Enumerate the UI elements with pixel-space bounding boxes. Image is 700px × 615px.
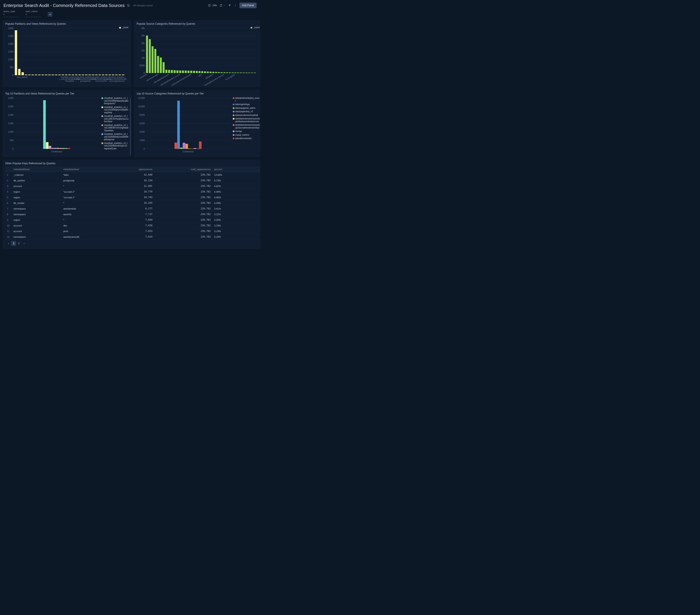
share-icon[interactable] (127, 4, 130, 7)
col-appearances[interactable]: appearances (111, 167, 154, 172)
svg-rect-169 (180, 148, 183, 149)
panel-popular-source-categories: Popular Source Categories Referenced by … (134, 20, 260, 87)
legend-item[interactable]: cloudtrail_analytics_v2_rnd11385707hyq8s… (101, 115, 129, 123)
filter-input[interactable] (3, 13, 18, 17)
table-row[interactable]: 8namespaceaws/rds7,717239,7823.22% (5, 212, 260, 217)
legend-item[interactable]: labs/pagerduty_v2 (233, 110, 260, 113)
panel-title: 1op 10 Source Categories Referenced by Q… (137, 92, 260, 95)
svg-rect-20 (18, 69, 21, 75)
refresh-button[interactable] (220, 4, 226, 7)
svg-rect-30 (52, 75, 54, 75)
legend-dot (101, 97, 103, 99)
svg-text:10,000: 10,000 (138, 105, 145, 108)
svg-text:gmnkg9ofe5i: gmnkg9ofe5i (80, 80, 91, 82)
time-range-picker[interactable]: -24h (208, 4, 217, 7)
svg-text:6,000: 6,000 (139, 122, 145, 125)
svg-text:500: 500 (10, 139, 13, 141)
svg-text:labs/jenkins/builds_ev ent: labs/jenkins/builds_ev ent (160, 73, 180, 86)
table-row[interactable]: 12namespaceaws/dynamodb7,614239,7823.18% (5, 234, 260, 240)
table-row[interactable]: 3account*11,081239,7824.62% (5, 183, 260, 189)
table-row[interactable]: 7namespaceaws/lambda8,177239,7823.41% (5, 206, 260, 212)
filter-query-type[interactable]: query_type (3, 10, 18, 17)
svg-rect-29 (48, 75, 51, 75)
panel-title: Popular Source Categories Referenced by … (137, 22, 260, 25)
bar-chart-partitions-tier: 05001,0001,5002,0002,5003,000Continuous (5, 97, 101, 155)
svg-point-3 (235, 5, 236, 5)
svg-rect-81 (151, 46, 153, 73)
panel-top10-partitions-per-tier: Top 10 Partitions and Views Referenced b… (3, 90, 131, 157)
saved-status: All changes saved (133, 4, 153, 7)
legend-item[interactable]: cloudtrail_analytics_v2_rnd12328450dty2x… (101, 133, 129, 141)
table-row[interactable]: 11accountprod7,653239,7823.19% (5, 228, 260, 234)
legend-label: cloudtrail_analytics_v2_rnd11385707hyq8s… (104, 115, 129, 123)
legend: cloudtrail_analytics_v1_rnd12310085fdawy… (101, 97, 129, 151)
legend-dot (233, 107, 235, 109)
svg-rect-113 (240, 73, 242, 73)
svg-rect-118 (254, 73, 256, 73)
svg-rect-40 (85, 75, 88, 75)
svg-rect-105 (218, 72, 220, 73)
legend-item[interactable]: mongo (233, 130, 260, 133)
legend-item[interactable]: cloudtrail_analytics_v2_rnd12328450ndcfz… (101, 142, 129, 150)
pager-page-2[interactable]: 2 (16, 241, 21, 246)
svg-rect-48 (112, 75, 114, 75)
bar-chart-source-categories: 05,00010k15k20k25k30kudtrail/anazure/web… (137, 27, 258, 86)
more-menu-icon[interactable] (234, 4, 237, 7)
svg-text:2,000: 2,000 (8, 43, 13, 45)
filter-user-name[interactable]: user_name (26, 10, 41, 17)
svg-rect-90 (176, 71, 178, 73)
table-row[interactable]: 1_collector*labs32,600239,78213.60% (5, 172, 260, 178)
table-row[interactable]: 10accountdev7,658239,7823.19% (5, 223, 260, 228)
legend-item[interactable]: paloaltonetworks (233, 137, 260, 140)
legend-item[interactable]: labs/jenkins/deploy_event (233, 97, 260, 102)
svg-text:500: 500 (10, 66, 13, 68)
legend-label: _count (122, 26, 128, 29)
svg-rect-109 (229, 72, 231, 73)
add-panel-button[interactable]: Add Panel (239, 3, 257, 8)
add-filter-button[interactable]: + (48, 12, 52, 17)
col-metadataValue[interactable]: metadataValue (62, 167, 111, 172)
svg-rect-45 (102, 75, 104, 75)
svg-text:2,000: 2,000 (8, 114, 13, 116)
legend-item[interactable]: cloudtrail_analytics_ (101, 151, 129, 151)
svg-rect-107 (223, 72, 225, 73)
legend-item[interactable]: mysql_metrics (233, 134, 260, 137)
pager-prev[interactable]: ‹ (6, 241, 11, 246)
filter-icon[interactable] (228, 4, 231, 7)
pager-page-1[interactable]: 1 (11, 241, 16, 246)
col-total-appearances[interactable]: total_appearances (154, 167, 212, 172)
legend-item[interactable]: labs/opsgenie_alerts (233, 107, 260, 110)
legend-item[interactable]: cloudtrail_analytics_v1_rnd12310085jbynn… (101, 106, 129, 114)
filter-input[interactable] (26, 13, 41, 17)
legend-item[interactable]: cloudtrail_analytics_v2_rnd11480387nim1h… (101, 124, 129, 132)
svg-rect-27 (42, 75, 44, 75)
legend-label: cloudtrail_analytics_v2_rnd12328450ndcfz… (104, 142, 129, 150)
table-row[interactable]: 5region"us-east-1"10,743239,7824.48% (5, 194, 260, 200)
legend-label: mysql_metrics (235, 134, 249, 137)
legend-item[interactable]: lambda/extension/sumologic/hpalsumoteste… (233, 117, 260, 123)
svg-rect-112 (237, 73, 239, 73)
svg-rect-37 (75, 75, 78, 75)
svg-rect-41 (88, 75, 91, 75)
table-row[interactable]: 4region"us-east-2"10,770239,7824.49% (5, 189, 260, 194)
svg-rect-95 (190, 71, 192, 73)
table-row[interactable]: 9region*7,669239,7823.20% (5, 217, 260, 223)
svg-rect-22 (25, 75, 27, 75)
legend-item[interactable]: labs/nginx/logs (233, 103, 260, 106)
pager-next[interactable]: › (22, 241, 26, 246)
legend-item[interactable]: lambda/extension/sumologic/sourabhextens… (233, 124, 260, 129)
legend-item[interactable]: cloudtrail_analytics_v1_rnd12310085fdawy… (101, 97, 129, 105)
svg-text:udtrail/an: udtrail/an (139, 73, 147, 79)
col-metadataName[interactable]: metadataName (12, 167, 62, 172)
col-percent[interactable]: percent (212, 167, 260, 172)
table-row[interactable]: 6db_cluster*10,293239,7824.29% (5, 200, 260, 206)
legend-dot (233, 114, 235, 116)
svg-rect-115 (246, 73, 248, 73)
svg-rect-110 (232, 72, 234, 73)
table-row[interactable]: 2db_systempostgresql16,134239,7826.73% (5, 178, 260, 183)
svg-rect-25 (35, 75, 37, 75)
scrollbar[interactable] (130, 98, 131, 155)
legend-item[interactable]: labs/secdemo/cloudtrail (233, 114, 260, 117)
svg-text:flvxsq2lmtj: flvxsq2lmtj (65, 80, 74, 82)
legend-dot (233, 118, 235, 120)
